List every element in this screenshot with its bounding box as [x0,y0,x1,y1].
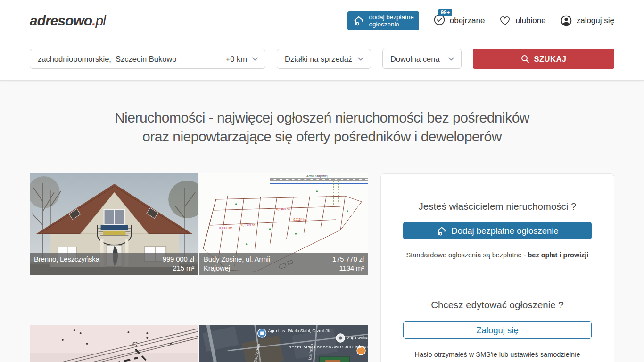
listing-name: Budy Zosine, ul. Armii Krajowej [204,255,297,272]
plan-plot-label: 0,1319 ha [241,223,255,227]
category-value: Działki na sprzedaż [285,55,352,64]
sidebar-login-label: Zaloguj się [476,325,518,336]
plan-street-label: Armii Krajowej [306,174,328,178]
owner-note-regular: Standardowe ogłoszenia są bezpłatne - [406,251,528,259]
owner-section: Jesteś właścicielem nieruchomości ? Doda… [381,174,614,284]
location-field[interactable]: +0 km [30,49,265,69]
nav-favorites-label: ulubione [515,16,545,25]
adresowo-logo[interactable]: adresowo.pl [30,13,106,29]
listing-area: 215 m² [163,263,194,272]
listing-card[interactable]: C B D Otwock Świder, ul. 950 000 zł [30,325,198,362]
header: adresowo.pl dodaj bezpłatne ogłoszenie [0,0,644,41]
listing-photo-map: Agro Las- Pilarki Stahl, Grzmil JK Maglo… [199,325,368,362]
logo-text-suffix: pl [95,13,105,28]
header-nav: dodaj bezpłatne ogłoszenie 99+ obejrzane [347,11,614,30]
search-button-label: SZUKAJ [534,55,566,64]
owner-note: Standardowe ogłoszenia są bezpłatne - be… [381,251,614,259]
sketch-label-c: C [132,340,137,348]
radius-value: +0 km [226,55,251,64]
add-listing-button[interactable]: dodaj bezpłatne ogłoszenie [347,11,419,30]
user-circle-icon [560,15,572,27]
search-button[interactable]: SZUKAJ [473,49,614,69]
category-select[interactable]: Działki na sprzedaż [277,49,371,69]
viewed-icon-wrap: 99+ [433,14,446,28]
heart-icon [499,15,511,27]
map-poi-label: Agro Las- Pilarki Stahl, Grzmil JK [268,329,330,333]
listing-price: 175 770 zł [332,255,364,263]
listing-overlay: Budy Zosine, ul. Armii Krajowej 175 770 … [199,253,368,275]
sidebar-add-listing-button[interactable]: Dodaj bezpłatne ogłoszenie [403,222,592,239]
map-poi-label: RASEL SPICY KEBAB AND GRILL Mława [289,345,368,349]
search-icon [520,54,530,64]
price-value: Dowolna cena [390,55,440,64]
nav-viewed[interactable]: 99+ obejrzane [433,14,485,28]
listing-card[interactable]: Agro Las- Pilarki Stahl, Grzmil JK Maglo… [199,325,368,362]
add-listing-line1: dodaj bezpłatne [369,14,413,21]
listing-price-area: 999 000 zł 215 m² [163,255,194,272]
edit-section: Chcesz edytować ogłoszenie ? Zaloguj się… [381,284,614,358]
sidebar-add-listing-label: Dodaj bezpłatne ogłoszenie [451,226,558,236]
page-title: Nieruchomości - najwięcej ogłoszeń nieru… [0,108,644,146]
add-listing-label: dodaj bezpłatne ogłoszenie [369,14,413,28]
chevron-down-icon[interactable] [251,55,259,63]
chevron-down-icon [356,55,365,63]
listing-card[interactable]: Armii Krajowej 0,1388 ha 0,1319 ha 0,113… [199,173,368,275]
owner-note-bold: bez opłat i prowizji [528,251,589,259]
edit-section-title: Chcesz edytować ogłoszenie ? [381,299,614,311]
nav-login-label: zaloguj się [577,16,614,25]
nav-login[interactable]: zaloguj się [560,15,614,27]
listing-price: 999 000 zł [163,255,194,263]
page-title-line2: oraz niepowtarzające się oferty pośredni… [142,129,502,144]
main-content: Brenno, Leszczyńska 999 000 zł 215 m² Ar… [30,173,614,362]
top-bar: adresowo.pl dodaj bezpłatne ogłoszenie [0,0,644,81]
plan-plot-label: 0,1388 ha [219,226,232,230]
sidebar-card: Jesteś właścicielem nieruchomości ? Doda… [380,173,614,362]
viewed-count-badge: 99+ [438,9,453,16]
listing-price-area: 175 770 zł 1134 m² [332,255,364,272]
listings-grid: Brenno, Leszczyńska 999 000 zł 215 m² Ar… [30,173,368,362]
listing-overlay: Brenno, Leszczyńska 999 000 zł 215 m² [30,253,198,275]
page-title-line1: Nieruchomości - najwięcej ogłoszeń nieru… [115,110,529,125]
house-plus-icon [436,225,447,237]
listing-name: Brenno, Leszczyńska [34,255,99,272]
search-bar: +0 km Działki na sprzedaż Dowolna cena S… [0,41,644,80]
nav-viewed-label: obejrzane [450,16,485,25]
listing-area: 1134 m² [332,263,364,272]
plan-plot-label: 0,1468 ha [276,207,290,211]
price-select[interactable]: Dowolna cena [382,49,462,69]
edit-note: Hasło otrzymałeś w SMS'ie lub ustawiłeś … [381,351,614,358]
plan-plot-label: 0,1134 ha [293,218,307,221]
chevron-down-icon [447,55,455,63]
listing-card[interactable]: Brenno, Leszczyńska 999 000 zł 215 m² [30,173,198,275]
sidebar-login-button[interactable]: Zaloguj się [403,321,592,339]
owner-section-title: Jesteś właścicielem nieruchomości ? [381,201,614,212]
location-input[interactable] [30,49,226,68]
listing-photo-sketch: C B D [30,325,198,362]
nav-favorites[interactable]: ulubione [499,15,545,27]
logo-text-main: adresowo [30,13,92,28]
add-listing-line2: ogłoszenie [369,21,399,28]
map-poi-label: Maglownica Klimek [346,336,368,340]
house-plus-icon [353,15,365,27]
